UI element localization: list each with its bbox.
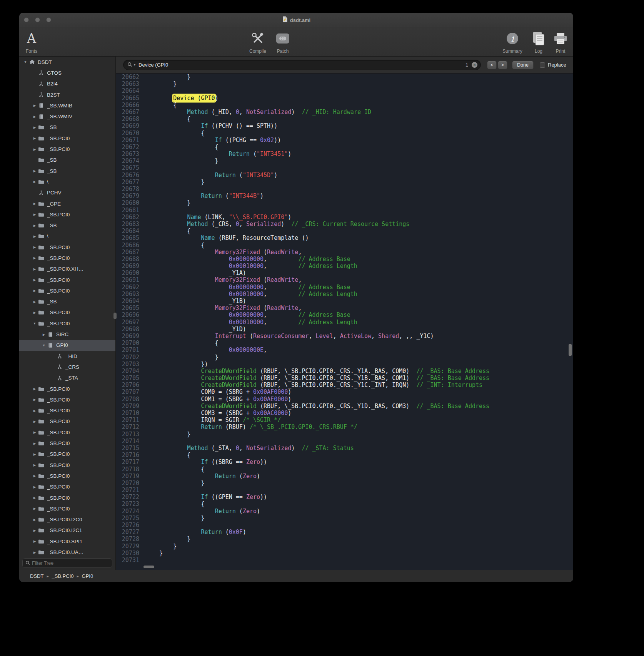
tree-item-sb[interactable]: _SB [19, 155, 115, 166]
disclosure-right-icon[interactable]: ▶ [32, 485, 38, 489]
tree-item-sbpci0[interactable]: ▶_SB.PCI0 [19, 383, 115, 394]
tree-item-sbpci0[interactable]: ▶_SB.PCI0 [19, 394, 115, 405]
tree-item-sbpci0[interactable]: ▶_SB.PCI0 [19, 253, 115, 263]
breadcrumb-item[interactable]: DSDT [30, 573, 43, 579]
tree-item-sbpci0[interactable]: ▶_SB.PCI0 [19, 144, 115, 154]
tree-item-sb[interactable]: ▶_SB [19, 296, 115, 307]
fonts-button[interactable]: A Fonts [19, 28, 44, 55]
horizontal-scrollbar-thumb[interactable] [143, 566, 154, 568]
disclosure-down-icon[interactable]: ▼ [41, 343, 47, 347]
disclosure-right-icon[interactable]: ▶ [32, 289, 38, 293]
disclosure-right-icon[interactable]: ▶ [32, 452, 38, 456]
find-next-button[interactable]: > [498, 61, 507, 69]
tree-item-sbpci0[interactable]: ▶_SB.PCI0 [19, 307, 115, 318]
disclosure-right-icon[interactable]: ▶ [32, 442, 38, 445]
tree-item-sbpci0[interactable]: ▶_SB.PCI0 [19, 133, 115, 144]
tree-item-crs[interactable]: _CRS [19, 361, 115, 372]
replace-checkbox[interactable] [540, 62, 545, 68]
tree-item-sb[interactable]: ▶_SB [19, 166, 115, 176]
tree-item-sbpci0[interactable]: ▶_SB.PCI0 [19, 242, 115, 253]
disclosure-right-icon[interactable]: ▶ [32, 507, 38, 510]
tree-item-sbpci0i2c1[interactable]: ▶_SB.PCI0.I2C1 [19, 525, 115, 536]
disclosure-right-icon[interactable]: ▶ [32, 300, 38, 304]
tree-item-sbpci0i2c0[interactable]: ▶_SB.PCI0.I2C0 [19, 514, 115, 525]
code-editor[interactable]: 20662 }20663 }2066420665 Device (GPI0)20… [116, 74, 573, 570]
tree-item-gpi0[interactable]: ▼GPI0 [19, 340, 115, 351]
disclosure-right-icon[interactable]: ▶ [32, 169, 38, 173]
pane-splitter-handle[interactable] [113, 313, 117, 319]
disclosure-right-icon[interactable]: ▶ [32, 398, 38, 402]
breadcrumb-item[interactable]: _SB.PCI0 [52, 573, 73, 579]
tree-item-sbwmiv[interactable]: ▶_SB.WMIV [19, 111, 115, 122]
tree-item-pchv[interactable]: PCHV [19, 187, 115, 198]
compile-button[interactable]: Compile [243, 28, 272, 55]
disclosure-right-icon[interactable]: ▶ [32, 224, 38, 228]
disclosure-right-icon[interactable]: ▶ [32, 430, 38, 434]
tree-item-hid[interactable]: _HID [19, 351, 115, 361]
find-previous-button[interactable]: < [487, 61, 497, 69]
tree-item-sbpci0[interactable]: ▶_SB.PCI0 [19, 482, 115, 492]
tree-item-sbpci0[interactable]: ▶_SB.PCI0 [19, 209, 115, 220]
sidebar-tree[interactable]: ▼DSDTGTOSB2I4B2ST▶_SB.WMIB▶_SB.WMIV▶_SB▶… [19, 57, 115, 557]
tree-item-sbpci0[interactable]: ▶_SB.PCI0 [19, 416, 115, 427]
summary-button[interactable]: i Summary [498, 28, 527, 55]
breadcrumb-item[interactable]: GPI0 [82, 573, 93, 579]
disclosure-right-icon[interactable]: ▶ [32, 518, 38, 522]
disclosure-right-icon[interactable]: ▶ [32, 256, 38, 260]
disclosure-right-icon[interactable]: ▶ [32, 136, 38, 140]
disclosure-right-icon[interactable]: ▶ [41, 333, 47, 336]
tree-item-sbpci0[interactable]: ▶_SB.PCI0 [19, 503, 115, 514]
vertical-scrollbar-thumb[interactable] [569, 344, 572, 356]
tree-item-root[interactable]: ▶\ [19, 231, 115, 242]
disclosure-right-icon[interactable]: ▶ [32, 126, 38, 129]
patch-button[interactable]: Patch [271, 28, 294, 55]
tree-item-sbpci0[interactable]: ▶_SB.PCI0 [19, 492, 115, 503]
done-button[interactable]: Done [512, 61, 534, 69]
tree-item-sbpci0[interactable]: ▶_SB.PCI0 [19, 427, 115, 438]
find-field[interactable]: ▾ 1 ✕ [123, 60, 481, 70]
disclosure-right-icon[interactable]: ▶ [32, 496, 38, 500]
tree-item-sbpci0[interactable]: ▶_SB.PCI0 [19, 405, 115, 416]
tree-item-sbpci0[interactable]: ▶_SB.PCI0 [19, 470, 115, 481]
disclosure-right-icon[interactable]: ▶ [32, 202, 38, 206]
disclosure-right-icon[interactable]: ▶ [32, 387, 38, 391]
disclosure-right-icon[interactable]: ▶ [32, 409, 38, 413]
disclosure-down-icon[interactable]: ▼ [22, 60, 28, 64]
disclosure-right-icon[interactable]: ▶ [32, 213, 38, 216]
tree-item-sbpci0[interactable]: ▶_SB.PCI0 [19, 438, 115, 448]
disclosure-right-icon[interactable]: ▶ [32, 180, 38, 184]
disclosure-right-icon[interactable]: ▶ [32, 539, 38, 543]
disclosure-right-icon[interactable]: ▶ [32, 278, 38, 282]
tree-item-gpe[interactable]: ▶_GPE [19, 198, 115, 209]
disclosure-right-icon[interactable]: ▶ [32, 463, 38, 467]
print-button[interactable]: Print [551, 28, 570, 55]
tree-item-gtos[interactable]: GTOS [19, 67, 115, 78]
disclosure-right-icon[interactable]: ▶ [32, 551, 38, 554]
tree-item-sta[interactable]: _STA [19, 373, 115, 383]
tree-item-b2i4[interactable]: B2I4 [19, 79, 115, 89]
disclosure-right-icon[interactable]: ▶ [32, 147, 38, 151]
clear-search-icon[interactable]: ✕ [472, 62, 477, 68]
tree-item-dsdt[interactable]: ▼DSDT [19, 57, 115, 67]
disclosure-right-icon[interactable]: ▶ [32, 115, 38, 119]
disclosure-right-icon[interactable]: ▶ [32, 474, 38, 478]
disclosure-right-icon[interactable]: ▶ [32, 529, 38, 532]
tree-item-sbpci0[interactable]: ▶_SB.PCI0 [19, 285, 115, 296]
filter-tree-input[interactable] [32, 561, 109, 566]
tree-item-sbwmib[interactable]: ▶_SB.WMIB [19, 100, 115, 111]
find-query-input[interactable] [138, 62, 464, 68]
tree-item-sb[interactable]: ▶_SB [19, 122, 115, 133]
tree-item-sbpci0[interactable]: ▶_SB.PCI0 [19, 449, 115, 460]
tree-item-sbpci0xh[interactable]: ▶_SB.PCI0.XH… [19, 264, 115, 274]
tree-item-sirc[interactable]: ▶SIRC [19, 329, 115, 340]
search-menu-chevron-icon[interactable]: ▾ [134, 63, 135, 67]
disclosure-right-icon[interactable]: ▶ [32, 104, 38, 107]
tree-item-sbpci0[interactable]: ▶_SB.PCI0 [19, 460, 115, 470]
disclosure-right-icon[interactable]: ▶ [32, 267, 38, 271]
disclosure-right-icon[interactable]: ▶ [32, 420, 38, 423]
tree-item-sbpci0ua[interactable]: ▶_SB.PCI0.UA… [19, 547, 115, 557]
disclosure-down-icon[interactable]: ▼ [32, 321, 38, 325]
disclosure-right-icon[interactable]: ▶ [32, 311, 38, 315]
tree-item-sbpci0spi1[interactable]: ▶_SB.PCI0.SPI1 [19, 536, 115, 547]
log-button[interactable]: Log [529, 28, 548, 55]
